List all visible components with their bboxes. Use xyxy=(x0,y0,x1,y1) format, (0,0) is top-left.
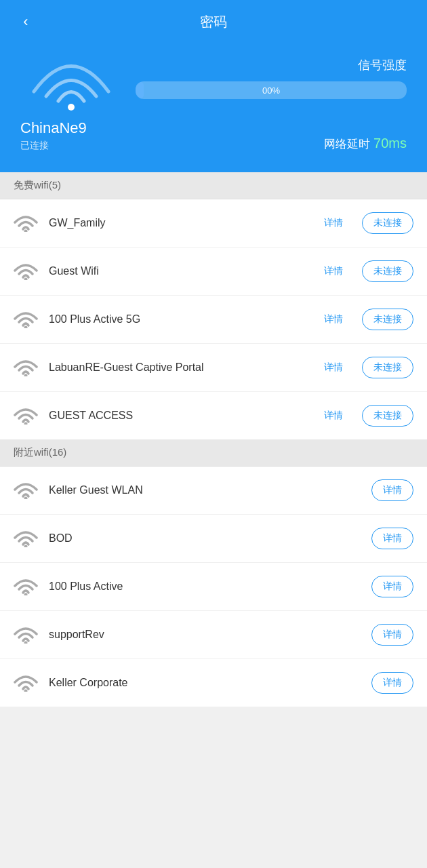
wifi-icon xyxy=(14,356,38,379)
free-wifi-item: Guest Wifi 详情 未连接 xyxy=(0,248,427,296)
wifi-arcs xyxy=(27,47,115,108)
signal-bar-fill xyxy=(136,81,144,99)
free-wifi-item: LabuanRE-Guest Captive Portal 详情 未连接 xyxy=(0,344,427,392)
svg-point-4 xyxy=(24,374,28,377)
wifi-icon xyxy=(14,479,38,502)
nearby-wifi-item: BOD 详情 xyxy=(0,515,427,563)
connect-button[interactable]: 未连接 xyxy=(362,405,413,427)
wifi-name: BOD xyxy=(49,532,361,545)
wifi-arc-svg xyxy=(27,47,115,112)
ssid-name: ChinaNe9 xyxy=(20,119,87,137)
detail-button[interactable]: 详情 xyxy=(324,217,343,229)
header-section: ‹ 密码 信号强度 00% ChinaNe9 xyxy=(0,0,427,172)
connected-status: 已连接 xyxy=(20,140,87,152)
connect-button[interactable]: 未连接 xyxy=(362,309,413,330)
free-wifi-item: GW_Family 详情 未连接 xyxy=(0,199,427,248)
svg-point-8 xyxy=(24,593,28,596)
top-bar: ‹ 密码 xyxy=(0,0,427,41)
detail-button[interactable]: 详情 xyxy=(371,479,413,501)
wifi-name: Guest Wifi xyxy=(49,265,313,277)
nearby-wifi-item: Keller Guest WLAN 详情 xyxy=(0,467,427,515)
connect-button[interactable]: 未连接 xyxy=(362,357,413,378)
wifi-icon xyxy=(14,575,38,598)
svg-point-1 xyxy=(24,230,28,233)
wifi-name: LabuanRE-Guest Captive Portal xyxy=(49,361,313,374)
wifi-name: GW_Family xyxy=(49,217,313,229)
network-info: ChinaNe9 已连接 网络延时 70ms xyxy=(0,108,427,152)
detail-button[interactable]: 详情 xyxy=(371,576,413,597)
wifi-icon xyxy=(14,671,38,694)
nearby-wifi-item: Keller Corporate 详情 xyxy=(0,659,427,707)
free-wifi-section-header: 免费wifi(5) xyxy=(0,172,427,199)
wifi-icon xyxy=(14,212,38,235)
svg-point-3 xyxy=(24,326,28,329)
ssid-info: ChinaNe9 已连接 xyxy=(20,119,87,152)
wifi-icon-large xyxy=(20,47,122,108)
nearby-wifi-item: supportRev 详情 xyxy=(0,611,427,659)
latency-value: 70ms xyxy=(373,136,407,151)
wifi-name: supportRev xyxy=(49,629,361,641)
detail-button[interactable]: 详情 xyxy=(324,313,343,326)
wifi-icon xyxy=(14,260,38,283)
wifi-icon xyxy=(14,623,38,646)
detail-button[interactable]: 详情 xyxy=(371,672,413,694)
connect-button[interactable]: 未连接 xyxy=(362,212,413,234)
connect-button[interactable]: 未连接 xyxy=(362,260,413,282)
wifi-name: Keller Corporate xyxy=(49,677,361,689)
svg-point-7 xyxy=(24,545,28,548)
wifi-icon xyxy=(14,308,38,331)
back-button[interactable]: ‹ xyxy=(14,9,38,34)
latency-info: 网络延时 70ms xyxy=(324,136,407,152)
detail-button[interactable]: 详情 xyxy=(324,361,343,374)
signal-bar-container: 00% xyxy=(136,81,407,99)
signal-label: 信号强度 xyxy=(136,57,407,73)
detail-button[interactable]: 详情 xyxy=(371,528,413,549)
nearby-wifi-item: 100 Plus Active 详情 xyxy=(0,563,427,611)
svg-point-10 xyxy=(24,690,28,692)
wifi-name: Keller Guest WLAN xyxy=(49,484,361,496)
detail-button[interactable]: 详情 xyxy=(324,265,343,277)
page-title: 密码 xyxy=(200,13,227,31)
svg-point-0 xyxy=(68,104,75,111)
svg-point-9 xyxy=(24,642,28,644)
latency-label: 网络延时 xyxy=(324,138,370,151)
wifi-icon xyxy=(14,404,38,427)
svg-point-5 xyxy=(24,422,28,425)
wifi-icon xyxy=(14,527,38,550)
detail-button[interactable]: 详情 xyxy=(371,624,413,646)
svg-point-2 xyxy=(24,278,28,281)
wifi-name: 100 Plus Active 5G xyxy=(49,313,313,326)
signal-percent: 00% xyxy=(262,85,280,96)
wifi-name: 100 Plus Active xyxy=(49,580,361,593)
free-wifi-item: 100 Plus Active 5G 详情 未连接 xyxy=(0,296,427,344)
free-wifi-list: GW_Family 详情 未连接 Guest Wifi 详情 未连接 100 P… xyxy=(0,199,427,439)
connected-card: 信号强度 00% xyxy=(0,41,427,108)
nearby-wifi-list: Keller Guest WLAN 详情 BOD 详情 100 Plus Act… xyxy=(0,467,427,707)
nearby-wifi-section-header: 附近wifi(16) xyxy=(0,439,427,467)
detail-button[interactable]: 详情 xyxy=(324,410,343,422)
wifi-name: GUEST ACCESS xyxy=(49,410,313,422)
free-wifi-item: GUEST ACCESS 详情 未连接 xyxy=(0,392,427,439)
svg-point-6 xyxy=(24,497,28,500)
signal-info: 信号强度 00% xyxy=(136,57,407,99)
